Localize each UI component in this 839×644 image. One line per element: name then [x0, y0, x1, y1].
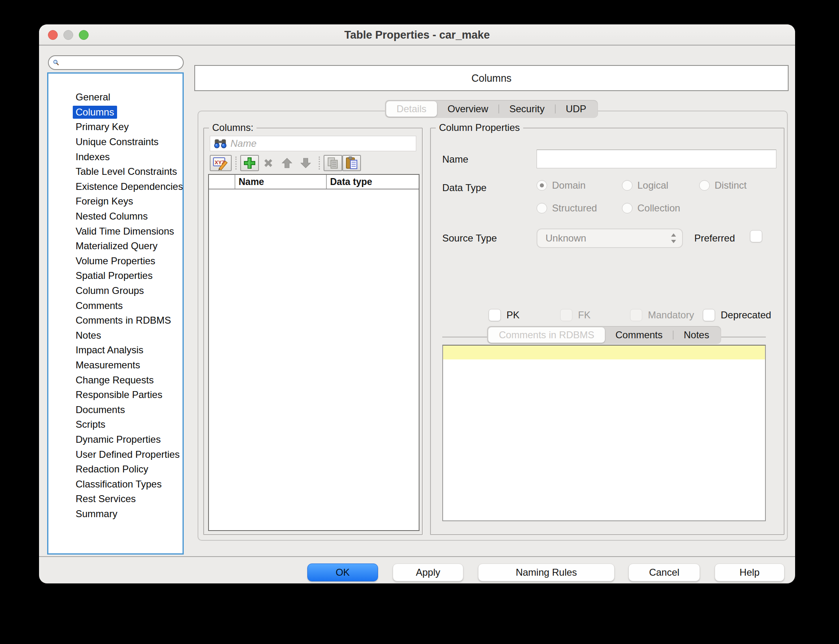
- sidebar-item-nested-columns[interactable]: Nested Columns: [48, 209, 183, 224]
- tab-details[interactable]: Details: [386, 101, 437, 117]
- comments-in-rdbms-textarea[interactable]: [442, 345, 766, 521]
- sidebar-search-box[interactable]: [48, 55, 184, 70]
- column-header-blank: [209, 175, 235, 189]
- sidebar-item-label: Comments: [73, 299, 126, 312]
- sidebar-item-label: Documents: [73, 403, 128, 416]
- move-up-button: [278, 155, 296, 171]
- magnifier-icon: [53, 57, 59, 69]
- move-up-icon: [281, 157, 293, 169]
- sidebar-item-label: Column Groups: [73, 284, 147, 297]
- sidebar-item-label: Table Level Constraints: [73, 165, 180, 178]
- sidebar-item-columns[interactable]: Columns: [48, 105, 183, 120]
- sidebar-item-valid-time-dimensions[interactable]: Valid Time Dimensions: [48, 224, 183, 239]
- sidebar-item-user-defined-properties[interactable]: User Defined Properties: [48, 447, 183, 462]
- sidebar-item-label: Columns: [73, 106, 117, 119]
- edit-names-button[interactable]: XYZ: [210, 155, 232, 171]
- delete-column-button: [259, 155, 278, 171]
- sidebar-item-classification-types[interactable]: Classification Types: [48, 476, 183, 492]
- source-type-dropdown: Unknown: [537, 228, 683, 248]
- ok-button[interactable]: OK: [307, 564, 378, 581]
- sidebar-item-comments-in-rdbms[interactable]: Comments in RDBMS: [48, 313, 183, 328]
- column-header-name[interactable]: Name: [235, 175, 326, 189]
- edit-names-icon: XYZ: [213, 156, 229, 170]
- tab-comments[interactable]: Comments: [605, 327, 673, 343]
- sidebar-item-summary[interactable]: Summary: [48, 507, 183, 522]
- sidebar-item-label: Volume Properties: [73, 255, 158, 268]
- sidebar-item-primary-key[interactable]: Primary Key: [48, 120, 183, 135]
- sidebar-item-volume-properties[interactable]: Volume Properties: [48, 254, 183, 269]
- sidebar-item-label: Impact Analysis: [73, 344, 146, 357]
- radio-collection: Collection: [622, 202, 680, 214]
- sidebar-item-label: General: [73, 91, 113, 104]
- add-icon: [243, 157, 256, 170]
- sidebar-item-existence-dependencies[interactable]: Existence Dependencies: [48, 179, 183, 194]
- source-type-label: Source Type: [442, 233, 497, 244]
- pk-flag: PK: [489, 309, 519, 321]
- sidebar-item-indexes[interactable]: Indexes: [48, 149, 183, 164]
- columns-filter-input[interactable]: [227, 138, 416, 149]
- radio-distinct: Distinct: [699, 180, 747, 191]
- tab-security[interactable]: Security: [499, 101, 555, 117]
- radio-logical-circle: [622, 180, 633, 191]
- sidebar-item-measurements[interactable]: Measurements: [48, 358, 183, 373]
- sidebar-item-label: Comments in RDBMS: [73, 314, 174, 327]
- toolbar-separator: [235, 157, 237, 170]
- tab-comments-in-rdbms[interactable]: Comments in RDBMS: [488, 327, 605, 343]
- radio-structured-circle: [537, 203, 547, 213]
- column-name-input[interactable]: [537, 150, 776, 168]
- help-button[interactable]: Help: [715, 564, 785, 581]
- sidebar-item-label: Valid Time Dimensions: [73, 225, 177, 238]
- mandatory-flag: Mandatory: [630, 309, 694, 321]
- preferred-label: Preferred: [694, 233, 735, 244]
- sidebar-item-rest-services[interactable]: Rest Services: [48, 492, 183, 507]
- binoculars-icon: [213, 138, 227, 149]
- sidebar-item-change-requests[interactable]: Change Requests: [48, 372, 183, 387]
- sidebar-item-materialized-query[interactable]: Materialized Query: [48, 239, 183, 254]
- sidebar-item-dynamic-properties[interactable]: Dynamic Properties: [48, 432, 183, 447]
- sidebar-item-label: Foreign Keys: [73, 195, 136, 208]
- columns-filter-box[interactable]: [210, 136, 416, 151]
- sidebar-item-unique-constraints[interactable]: Unique Constraints: [48, 135, 183, 150]
- pk-checkbox[interactable]: [489, 309, 501, 321]
- sidebar-item-column-groups[interactable]: Column Groups: [48, 283, 183, 298]
- add-column-button[interactable]: [240, 155, 259, 171]
- tab-udp[interactable]: UDP: [555, 101, 597, 117]
- sidebar-search-input[interactable]: [59, 57, 183, 68]
- radio-domain-circle: [537, 180, 547, 191]
- sidebar-item-impact-analysis[interactable]: Impact Analysis: [48, 343, 183, 358]
- sidebar-item-label: User Defined Properties: [73, 448, 183, 461]
- sidebar-item-redaction-policy[interactable]: Redaction Policy: [48, 462, 183, 477]
- sidebar-item-general[interactable]: General: [48, 90, 183, 105]
- apply-button[interactable]: Apply: [393, 564, 463, 581]
- sidebar-item-notes[interactable]: Notes: [48, 328, 183, 343]
- columns-table-header: Name Data type: [209, 175, 419, 189]
- sidebar-item-label: Redaction Policy: [73, 463, 151, 476]
- cancel-button[interactable]: Cancel: [628, 564, 700, 581]
- sidebar-item-spatial-properties[interactable]: Spatial Properties: [48, 268, 183, 283]
- sidebar-item-table-level-constraints[interactable]: Table Level Constraints: [48, 164, 183, 179]
- sidebar-item-label: Dynamic Properties: [73, 433, 163, 446]
- sidebar-section-list: GeneralColumnsPrimary KeyUnique Constrai…: [47, 72, 184, 555]
- sidebar-item-scripts[interactable]: Scripts: [48, 417, 183, 432]
- tab-overview[interactable]: Overview: [437, 101, 499, 117]
- tab-notes[interactable]: Notes: [673, 327, 720, 343]
- deprecated-checkbox[interactable]: [703, 309, 715, 321]
- sidebar-item-comments[interactable]: Comments: [48, 298, 183, 313]
- sidebar-item-label: Scripts: [73, 418, 108, 431]
- table-properties-dialog: Table Properties - car_make GeneralColum…: [39, 24, 795, 583]
- comment-current-line-highlight: [443, 346, 765, 359]
- preferred-checkbox[interactable]: [750, 230, 762, 242]
- sidebar-item-documents[interactable]: Documents: [48, 402, 183, 417]
- toolbar-separator: [319, 157, 320, 170]
- sidebar-item-responsible-parties[interactable]: Responsible Parties: [48, 387, 183, 402]
- titlebar: Table Properties - car_make: [39, 24, 795, 46]
- naming-rules-button[interactable]: Naming Rules: [478, 564, 615, 581]
- copy-button: [324, 155, 342, 171]
- column-header-datatype[interactable]: Data type: [326, 175, 419, 189]
- sidebar-item-foreign-keys[interactable]: Foreign Keys: [48, 194, 183, 209]
- fk-checkbox: [560, 309, 572, 321]
- page-title: Columns: [194, 65, 789, 91]
- sidebar-item-label: Measurements: [73, 359, 143, 372]
- paste-button[interactable]: [342, 155, 361, 171]
- column-properties-label: Column Properties: [436, 122, 523, 133]
